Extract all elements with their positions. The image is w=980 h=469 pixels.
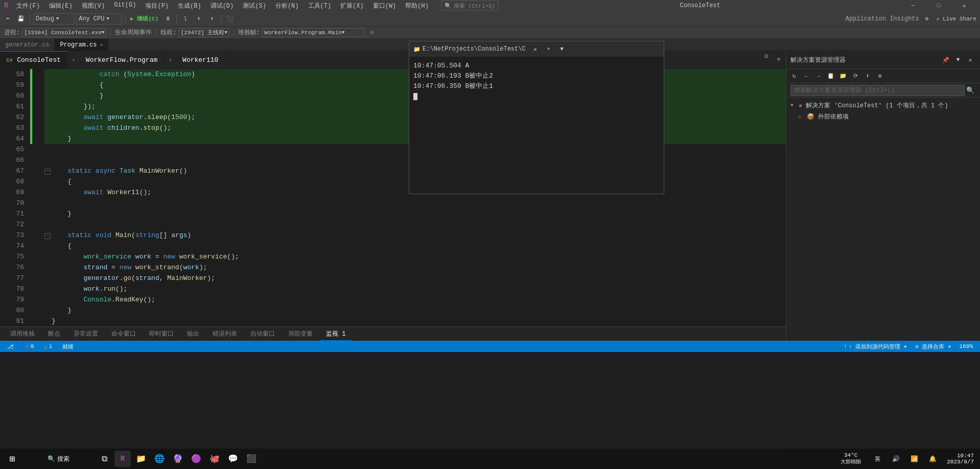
menu-tools[interactable]: 工具(T) [304, 2, 336, 10]
terminal-dropdown[interactable]: ▼ [556, 43, 568, 55]
pause-button[interactable]: ⏸ [162, 13, 173, 25]
properties-button[interactable]: 📋 [825, 71, 836, 82]
status-warnings-button[interactable]: ⚠ 1 [41, 343, 55, 350]
back-button[interactable]: ← [801, 71, 812, 82]
terminal-tab-close[interactable]: ✕ [530, 43, 541, 55]
menu-analyze[interactable]: 分析(N) [271, 2, 303, 10]
taskbar-chat-icon[interactable]: 💬 [225, 451, 241, 467]
refresh-button[interactable]: ⟳ [850, 71, 861, 82]
debug-config-dropdown[interactable]: Debug ▼ [33, 13, 74, 25]
undo-button[interactable]: ⬅ [2, 13, 13, 25]
taskbar-explorer-icon[interactable]: 📁 [133, 451, 149, 467]
step-out-button[interactable]: ⬆ [206, 13, 218, 25]
process-dropdown[interactable]: [33384] ConsoleTest.exe ▼ [22, 28, 106, 37]
menu-window[interactable]: 窗口(W) [369, 2, 401, 10]
taskbar-terminal-icon[interactable]: ⬛ [243, 451, 260, 467]
search-box[interactable]: 🔍 搜索 (Ctrl+Q) [441, 1, 499, 11]
editor-tab-workerflow-program[interactable]: WorkerFlow.Program [80, 51, 164, 68]
task-view-button[interactable]: ⧉ [96, 451, 112, 467]
thread-dropdown[interactable]: [23472] 主线程 ▼ [179, 28, 229, 37]
tab-locals[interactable]: 局部变量 [282, 327, 319, 340]
solution-explorer-pin-button[interactable]: 📌 [940, 54, 951, 65]
tab-error-list[interactable]: 错误列表 [206, 327, 243, 340]
tab-command[interactable]: 命令窗口 [105, 327, 142, 340]
tab-watch1[interactable]: 监视 1 [320, 327, 352, 341]
step-into-button[interactable]: ⬇ [193, 13, 204, 25]
sync-button[interactable]: ↻ [788, 71, 800, 82]
editor-tab-consoletest[interactable]: C# ConsoleTest [0, 51, 67, 68]
taskbar-github-icon[interactable]: 🐙 [206, 451, 223, 467]
taskbar-dotnet-icon[interactable]: 🟣 [188, 451, 204, 467]
taskbar-vs-logo[interactable]: 🔮 [170, 451, 186, 467]
live-share-button[interactable]: ↗ Live Share [935, 13, 978, 25]
tab-close-program-cs[interactable]: ✕ [100, 42, 103, 48]
tab-exceptions[interactable]: 异常设置 [67, 327, 104, 340]
terminal-add-tab[interactable]: + [543, 43, 554, 55]
menu-edit[interactable]: 编辑(E) [45, 2, 77, 10]
add-editor-tab-button[interactable]: + [772, 51, 786, 68]
add-to-source-control-button[interactable]: ↑ ↑ 添加到源代码管理 ▾ [841, 343, 910, 350]
code-token [52, 307, 67, 314]
start-button[interactable]: ⊞ [4, 451, 20, 467]
taskbar-vs-icon[interactable]: R [114, 451, 131, 467]
editor-tab-worker110[interactable]: Worker110 [176, 51, 225, 68]
menu-help[interactable]: 帮助(H) [401, 2, 433, 10]
menu-debug[interactable]: 调试(D) [206, 2, 238, 10]
search-submit-icon[interactable]: 🔍 [965, 85, 976, 96]
network-icon[interactable]: 📶 [906, 451, 922, 467]
stack-settings-button[interactable]: ⚙ [366, 27, 378, 38]
tab-generator-cs[interactable]: generator.cs [0, 39, 55, 51]
cpu-config-dropdown[interactable]: Any CPU ▼ [76, 13, 122, 25]
menu-git[interactable]: Git(G) [110, 2, 140, 10]
settings-button[interactable]: ⚙ [874, 71, 885, 82]
tab-program-cs[interactable]: Program.cs ✕ [55, 39, 108, 51]
menu-view[interactable]: 视图(V) [78, 2, 109, 10]
solution-search-input[interactable]: 搜索解决方案资源管理器 (Ctrl+;) [790, 85, 965, 96]
solution-explorer-close-button[interactable]: ✕ [965, 54, 976, 65]
terminal-content[interactable]: 10:47:05.504 A10:47:06.193 B被中止210:47:06… [409, 57, 664, 194]
notification-icon[interactable]: 🔔 [924, 451, 941, 467]
menu-build[interactable]: 生成(B) [174, 2, 205, 10]
tab-auto-window[interactable]: 自动窗口 [244, 327, 281, 340]
show-all-files-button[interactable]: 📁 [837, 71, 849, 82]
tree-external-deps[interactable]: ▷ 📦 外部依赖项 [786, 111, 980, 122]
tab-call-stack[interactable]: 调用堆栈 [4, 327, 41, 340]
language-indicator[interactable]: 英 [869, 451, 885, 467]
collapse-all-button[interactable]: ⬆ [862, 71, 873, 82]
line-number: 67 [0, 166, 24, 176]
code-editor[interactable]: 5859606162636465666768697071727374757677… [0, 69, 786, 326]
taskbar-weather[interactable]: 34°C 大部晴朗 [836, 452, 865, 465]
taskbar-search[interactable]: 🔍 搜索 [22, 451, 94, 467]
app-insights-settings-button[interactable]: ⚙ [921, 13, 932, 25]
taskbar-clock[interactable]: 10:47 2023/8/7 [945, 453, 976, 465]
forward-button[interactable]: → [813, 71, 824, 82]
tree-solution-root[interactable]: ▼ ◆ 解决方案 'ConsoleTest' (1 个项目，共 1 个) [786, 100, 980, 111]
continue-button[interactable]: ▶ 继续(C) [129, 13, 160, 25]
code-token [52, 189, 83, 196]
tab-immediate[interactable]: 即时窗口 [143, 327, 180, 340]
tab-breakpoints[interactable]: 断点 [42, 327, 66, 340]
menu-test[interactable]: 测试(S) [239, 2, 270, 10]
taskbar-edge-icon[interactable]: 🌐 [151, 451, 168, 467]
menu-extensions[interactable]: 扩展(X) [336, 2, 368, 10]
volume-icon[interactable]: 🔊 [888, 451, 904, 467]
status-git-button[interactable]: ⎇ [4, 343, 18, 350]
close-button[interactable]: ✕ [952, 0, 976, 11]
status-errors-button[interactable]: ⊗ 0 [22, 343, 37, 350]
menu-file[interactable]: 文件(F) [12, 2, 44, 10]
save-all-button[interactable]: 💾 [15, 13, 27, 25]
select-repo-button[interactable]: ≡ 选择合库 ▾ [912, 343, 954, 350]
breakpoints-button[interactable]: ⬛ [224, 13, 236, 25]
maximize-button[interactable]: □ [927, 0, 950, 11]
step-over-button[interactable]: ⤵ [180, 13, 191, 25]
editor-settings-button[interactable]: ⚙ [761, 51, 772, 61]
collapse-button[interactable]: − [44, 233, 51, 239]
tab-output[interactable]: 输出 [181, 327, 205, 340]
zoom-level[interactable]: 169% [956, 343, 976, 350]
collapse-button[interactable]: − [44, 169, 51, 175]
menu-project[interactable]: 项目(P) [141, 2, 173, 10]
solution-explorer-dropdown-button[interactable]: ▼ [952, 54, 964, 65]
stack-dropdown[interactable]: WorkerFlow.Program.Main ▼ [262, 28, 364, 37]
minimize-button[interactable]: ─ [901, 0, 925, 11]
toolbar-sep-2 [125, 14, 126, 24]
